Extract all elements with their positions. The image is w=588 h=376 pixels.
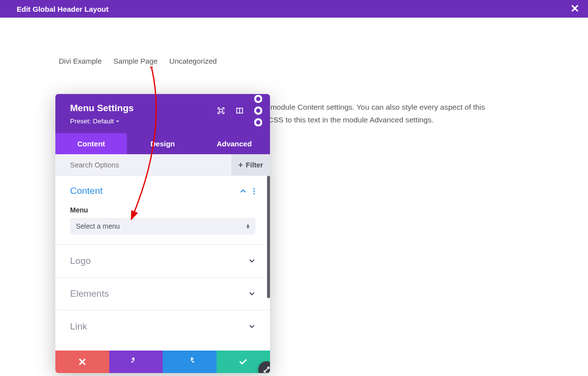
- select-caret-icon: [246, 224, 249, 229]
- search-row: + Filter: [55, 154, 270, 176]
- chevron-down-icon: [248, 323, 255, 330]
- section-elements-header[interactable]: Elements: [70, 288, 255, 299]
- tab-advanced[interactable]: Advanced: [198, 133, 270, 154]
- panel-header: Menu Settings Preset: Default: [55, 94, 270, 133]
- redo-button[interactable]: [163, 351, 217, 373]
- page-canvas: Divi Example Sample Page Uncategorized Y…: [0, 18, 588, 376]
- undo-icon: [131, 357, 140, 366]
- section-link-title: Link: [70, 321, 87, 332]
- menu-select-value: Select a menu: [76, 222, 120, 230]
- close-icon: [78, 357, 87, 366]
- svg-point-4: [255, 108, 262, 114]
- expand-icon[interactable]: [217, 107, 225, 115]
- sections-scroll[interactable]: Content Menu Select a menu: [55, 176, 270, 351]
- search-input[interactable]: [70, 161, 231, 169]
- panel-tabs: Content Design Advanced: [55, 133, 270, 154]
- columns-icon[interactable]: [236, 107, 244, 115]
- tab-design[interactable]: Design: [127, 133, 198, 154]
- nav-item-sample-page[interactable]: Sample Page: [114, 57, 158, 65]
- page-title: Edit Global Header Layout: [17, 5, 109, 13]
- svg-point-3: [255, 96, 262, 102]
- panel-header-icons: [217, 107, 262, 115]
- section-content: Content Menu Select a menu: [55, 176, 270, 245]
- chevron-up-icon: [240, 188, 246, 194]
- svg-rect-0: [220, 109, 222, 112]
- menu-select[interactable]: Select a menu: [70, 218, 255, 235]
- panel-footer: [55, 351, 270, 373]
- section-logo-header[interactable]: Logo: [70, 256, 255, 266]
- preset-label: Preset: Default: [70, 118, 114, 125]
- svg-point-5: [255, 119, 262, 126]
- resize-icon: [263, 366, 270, 373]
- section-content-header[interactable]: Content: [70, 186, 255, 196]
- section-link-header[interactable]: Link: [70, 321, 255, 332]
- section-content-title: Content: [70, 186, 103, 196]
- chevron-down-icon: [248, 290, 255, 297]
- kebab-icon[interactable]: [254, 107, 262, 115]
- section-link: Link: [55, 310, 270, 343]
- tab-content[interactable]: Content: [55, 133, 127, 154]
- chevron-down-icon: [248, 258, 255, 264]
- close-icon[interactable]: ✕: [570, 3, 579, 14]
- cancel-button[interactable]: [55, 351, 109, 373]
- filter-label: Filter: [246, 161, 263, 169]
- menu-field-label: Menu: [70, 206, 255, 214]
- section-elements: Elements: [55, 278, 270, 310]
- kebab-icon[interactable]: [253, 188, 255, 194]
- menu-settings-panel: Menu Settings Preset: Default Content De…: [55, 94, 270, 373]
- section-logo: Logo: [55, 245, 270, 278]
- plus-icon: +: [238, 161, 243, 169]
- undo-button[interactable]: [109, 351, 163, 373]
- filter-button[interactable]: + Filter: [231, 154, 270, 176]
- nav-item-uncategorized[interactable]: Uncategorized: [170, 57, 217, 65]
- redo-icon: [185, 357, 194, 366]
- section-elements-title: Elements: [70, 288, 109, 299]
- check-icon: [239, 357, 247, 366]
- menu-field: Menu Select a menu: [70, 206, 255, 235]
- header-nav: Divi Example Sample Page Uncategorized: [59, 57, 217, 65]
- preset-dropdown[interactable]: Preset: Default: [70, 118, 120, 125]
- top-bar: Edit Global Header Layout ✕: [0, 0, 588, 18]
- chevron-down-icon: [116, 120, 120, 123]
- section-logo-title: Logo: [70, 256, 91, 266]
- nav-item-divi-example[interactable]: Divi Example: [59, 57, 102, 65]
